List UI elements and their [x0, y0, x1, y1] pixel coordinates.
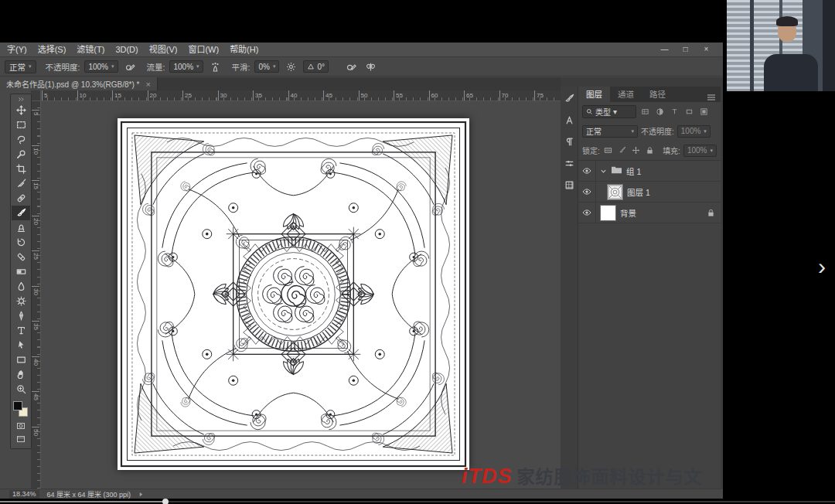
screen: 字(Y)选择(S)滤镜(T)3D(D)视图(V)窗口(W)帮助(H) —□× 正… — [0, 0, 835, 504]
menu-item-5[interactable]: 窗口(W) — [182, 43, 224, 56]
layer-blend-row: 正常▾ 不透明度: 100%▾ — [578, 121, 721, 141]
paragraph-panel-icon[interactable] — [563, 135, 576, 148]
move-tool[interactable] — [12, 103, 30, 117]
color-swatches[interactable] — [12, 400, 29, 419]
menu-item-6[interactable]: 帮助(H) — [224, 43, 264, 56]
dodge-tool[interactable] — [12, 294, 30, 308]
filter-pixel-icon[interactable] — [639, 106, 651, 117]
layer-name[interactable]: 组 1 — [626, 165, 641, 177]
character-panel-icon[interactable] — [563, 114, 576, 127]
toolbar-collapse-icon[interactable] — [17, 96, 25, 103]
layer-fill-field[interactable]: 100%▾ — [683, 145, 717, 157]
size-pressure-icon[interactable] — [344, 60, 359, 73]
quick-mask-button[interactable] — [12, 419, 30, 432]
player-progress-bar[interactable] — [0, 499, 835, 504]
layer-blend-mode-select[interactable]: 正常▾ — [582, 125, 638, 138]
info-panel-icon[interactable] — [563, 179, 576, 192]
close-button[interactable]: × — [696, 43, 717, 56]
shape-tool[interactable] — [12, 352, 30, 367]
paint-symmetry-icon[interactable] — [363, 60, 378, 73]
airbrush-icon[interactable] — [208, 60, 223, 73]
brush-settings-panel-icon[interactable] — [563, 92, 576, 105]
blur-tool[interactable] — [12, 279, 30, 294]
menu-item-3[interactable]: 3D(D) — [110, 43, 143, 56]
filter-type-icon[interactable] — [669, 106, 680, 117]
foreground-color-swatch[interactable] — [13, 401, 22, 410]
layer-name[interactable]: 背景 — [620, 207, 636, 219]
crop-tool[interactable] — [12, 162, 30, 176]
panel-menu-icon[interactable] — [707, 90, 717, 99]
menu-item-0[interactable]: 字(Y) — [2, 43, 32, 56]
tab-close-icon[interactable]: × — [145, 80, 150, 89]
document-canvas[interactable] — [118, 118, 469, 470]
quick-select-tool[interactable] — [12, 147, 30, 162]
panel-tab-0[interactable]: 图层 — [578, 87, 610, 102]
layer-thumbnail[interactable] — [607, 184, 623, 200]
type-tool[interactable] — [12, 323, 30, 338]
ruler-top[interactable]: 51015202530354045505560657075 — [40, 90, 561, 101]
layer-visibility-toggle[interactable] — [578, 203, 596, 223]
brush-angle-field[interactable]: 0° — [303, 60, 329, 73]
lock-all-icon[interactable] — [645, 145, 656, 156]
panel-tab-2[interactable]: 路径 — [642, 87, 673, 102]
ruler-left-mark-20: 20 — [32, 216, 39, 225]
ruler-top-mark-55: 55 — [394, 90, 403, 100]
ruler-origin[interactable] — [31, 90, 41, 101]
gradient-tool[interactable] — [12, 264, 30, 279]
player-progress-handle[interactable] — [162, 499, 169, 504]
clone-stamp-tool[interactable] — [12, 220, 30, 235]
layer-visibility-toggle[interactable] — [578, 161, 596, 181]
filter-shape-icon[interactable] — [683, 106, 695, 117]
menu-item-1[interactable]: 选择(S) — [32, 43, 72, 56]
marquee-tool[interactable] — [12, 117, 30, 132]
hand-tool[interactable] — [12, 367, 30, 382]
properties-panel-icon[interactable] — [563, 157, 576, 170]
eraser-tool[interactable] — [12, 250, 30, 264]
ruler-top-mark-60: 60 — [429, 90, 438, 100]
layer-name[interactable]: 图层 1 — [627, 186, 650, 198]
path-select-tool[interactable] — [12, 338, 30, 352]
lock-position-icon[interactable] — [631, 145, 642, 156]
eyedropper-tool[interactable] — [12, 176, 30, 191]
menu-item-2[interactable]: 滤镜(T) — [71, 43, 110, 56]
layer-opacity-field[interactable]: 100%▾ — [677, 125, 711, 138]
history-brush-tool[interactable] — [12, 235, 30, 250]
restore-button[interactable]: □ — [675, 43, 696, 56]
minimize-button[interactable]: — — [654, 43, 675, 56]
lock-image-pixels-icon[interactable] — [617, 145, 628, 156]
ruler-left[interactable]: 5101520253035404550 — [31, 100, 41, 489]
layer-row-0[interactable]: 组 1 — [578, 161, 721, 182]
smoothing-gear-icon[interactable] — [284, 60, 298, 73]
opacity-field[interactable]: 100%▾ — [84, 60, 118, 73]
webcam-overlay — [727, 0, 835, 91]
filter-smart-object-icon[interactable] — [698, 106, 710, 117]
next-video-button[interactable]: › — [818, 255, 826, 278]
layer-filter-select[interactable]: 类型 ▾ — [582, 105, 636, 118]
layer-visibility-toggle[interactable] — [578, 182, 596, 202]
group-caret-icon[interactable] — [600, 168, 607, 175]
brush-blend-mode-select[interactable]: 正常▾ — [5, 60, 36, 73]
layer-thumbnail[interactable] — [600, 205, 616, 221]
ruler-top-mark-10: 10 — [77, 90, 87, 100]
brush-tool[interactable] — [12, 206, 30, 220]
layer-row-2[interactable]: 背景 — [578, 203, 721, 223]
smoothing-field[interactable]: 0%▾ — [254, 60, 279, 73]
lasso-tool[interactable] — [12, 132, 30, 147]
smoothing-value: 0% — [258, 63, 269, 71]
pen-tool[interactable] — [12, 308, 30, 323]
layer-row-1[interactable]: 图层 1 — [578, 182, 721, 203]
opacity-pressure-icon[interactable] — [123, 60, 138, 73]
panel-tab-1[interactable]: 通道 — [610, 87, 642, 102]
filter-adjustment-icon[interactable] — [654, 106, 666, 117]
flow-field[interactable]: 100%▾ — [169, 60, 203, 73]
screen-mode-button[interactable] — [12, 432, 30, 445]
lock-transparent-pixels-icon[interactable] — [603, 145, 614, 156]
menu-item-4[interactable]: 视图(V) — [144, 43, 183, 56]
document-tab[interactable]: 未命名作品(1).psd @ 10.3%(RGB/8*) * × — [0, 77, 158, 90]
status-menu-arrow-icon[interactable] — [138, 492, 144, 497]
tool-options-bar: 正常▾ 不透明度: 100%▾ 流量: 100%▾ 平滑: 0%▾ 0° — [0, 57, 723, 77]
healing-brush-tool[interactable] — [12, 191, 30, 206]
photoshop-window: 字(Y)选择(S)滤镜(T)3D(D)视图(V)窗口(W)帮助(H) —□× 正… — [0, 43, 723, 499]
zoom-level-field[interactable]: 18.34% — [9, 490, 39, 499]
zoom-tool[interactable] — [12, 382, 30, 397]
